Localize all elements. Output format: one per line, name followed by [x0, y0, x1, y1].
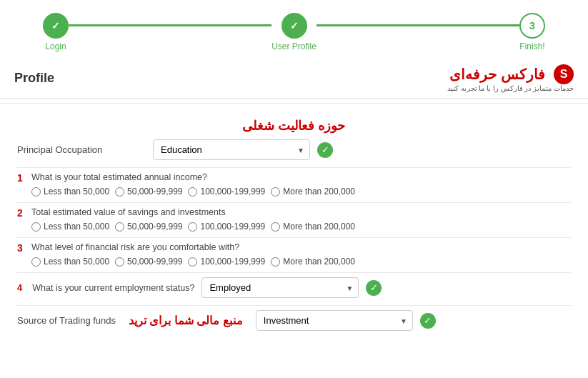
question-1-options: Less than 50,000 50,000-99,999 100,000-1…: [17, 186, 571, 197]
step-finish-label: Finish!: [519, 41, 544, 51]
employment-status-check: ✓: [366, 280, 382, 296]
stepper-line-2: [317, 24, 519, 26]
employment-status-select[interactable]: Employed: [201, 277, 359, 298]
question-3-text: What level of financial risk are you com…: [17, 242, 571, 252]
q3-option-2[interactable]: 50,000-99,999: [115, 257, 182, 267]
stepper-line-1: [69, 24, 271, 26]
question-2-text: Total estimated value of savings and inv…: [17, 207, 571, 217]
step-login-label: Login: [45, 41, 66, 51]
employment-status-label: What is your current employment status?: [32, 283, 194, 293]
q3-option-3[interactable]: 100,000-199,999: [188, 257, 265, 267]
question-1-text: What is your total estimated annual inco…: [17, 172, 571, 182]
trading-funds-select[interactable]: Investment: [256, 310, 413, 331]
step-login: ✓ Login: [43, 13, 69, 51]
question-2-options: Less than 50,000 50,000-99,999 100,000-1…: [17, 222, 571, 232]
principal-occupation-select[interactable]: Education: [153, 139, 310, 160]
q2-option-4[interactable]: More than 200,000: [271, 222, 355, 232]
logo-sub: خدمات متمایز در فارکس را با ما تجربه کنی…: [447, 84, 574, 92]
page-header: Profile فارکس حرفه‌ای S خدمات متمایز در …: [0, 57, 588, 99]
question-2-number: 2: [17, 207, 27, 219]
q1-option-1[interactable]: Less than 50,000: [31, 186, 109, 197]
question-3-options: Less than 50,000 50,000-99,999 100,000-1…: [17, 257, 571, 267]
header-divider: [0, 103, 588, 104]
q2-option-1[interactable]: Less than 50,000: [31, 222, 109, 232]
trading-funds-label: Source of Trading funds: [17, 315, 116, 326]
divider-1: [17, 167, 571, 168]
q1-option-3[interactable]: 100,000-199,999: [188, 186, 265, 197]
q3-option-1[interactable]: Less than 50,000: [31, 257, 109, 267]
divider-3: [17, 237, 571, 238]
q1-option-1-label: Less than 50,000: [44, 186, 109, 197]
principal-occupation-label: Principal Occupation: [17, 144, 146, 155]
step-login-circle: ✓: [43, 13, 69, 39]
divider-5: [17, 305, 571, 306]
form-area: Principal Occupation Education ✓ 1 What …: [0, 139, 588, 349]
employment-status-select-wrapper[interactable]: Employed: [201, 277, 359, 298]
question-2-group: 2 Total estimated value of savings and i…: [17, 207, 571, 232]
q1-option-2-label: 50,000-99,999: [127, 186, 182, 197]
trading-funds-check: ✓: [420, 313, 436, 329]
q1-option-4[interactable]: More than 200,000: [271, 186, 355, 197]
step-userprofile: ✓ User Profile: [271, 13, 317, 51]
step-finish-circle: 3: [519, 13, 545, 39]
principal-occupation-select-wrapper[interactable]: Education: [153, 139, 310, 160]
page-title: Profile: [14, 71, 54, 86]
q2-option-2-label: 50,000-99,999: [127, 222, 182, 232]
step-finish: 3 Finish!: [519, 13, 545, 51]
q2-option-3[interactable]: 100,000-199,999: [188, 222, 265, 232]
section-title: حوزه فعالیت شغلی: [0, 108, 588, 139]
q3-option-2-label: 50,000-99,999: [127, 257, 182, 267]
q1-option-4-label: More than 200,000: [283, 186, 355, 197]
divider-4: [17, 272, 571, 273]
employment-number: 4: [17, 282, 22, 293]
logo-text: فارکس حرفه‌ای: [449, 66, 545, 83]
logo-icon: S: [554, 64, 574, 84]
principal-occupation-check: ✓: [317, 142, 333, 158]
q2-option-4-label: More than 200,000: [283, 222, 355, 232]
step-userprofile-circle: ✓: [281, 13, 307, 39]
q2-option-1-label: Less than 50,000: [44, 222, 109, 232]
logo-area: فارکس حرفه‌ای S خدمات متمایز در فارکس را…: [447, 64, 574, 92]
q2-option-2[interactable]: 50,000-99,999: [115, 222, 182, 232]
q3-option-1-label: Less than 50,000: [44, 257, 109, 267]
trading-funds-label-ar: منبع مالی شما برای ترید: [129, 314, 243, 327]
q3-option-3-label: 100,000-199,999: [200, 257, 265, 267]
trading-funds-select-wrapper[interactable]: Investment: [256, 310, 413, 331]
step-userprofile-label: User Profile: [271, 41, 317, 51]
question-3-number: 3: [17, 242, 27, 254]
question-1-group: 1 What is your total estimated annual in…: [17, 172, 571, 197]
principal-occupation-row: Principal Occupation Education ✓: [17, 139, 571, 160]
q3-option-4[interactable]: More than 200,000: [271, 257, 355, 267]
q2-option-3-label: 100,000-199,999: [200, 222, 265, 232]
trading-funds-row: Source of Trading funds منبع مالی شما بر…: [17, 310, 571, 331]
q3-option-4-label: More than 200,000: [283, 257, 355, 267]
question-3-group: 3 What level of financial risk are you c…: [17, 242, 571, 267]
question-1-number: 1: [17, 172, 27, 184]
q1-option-3-label: 100,000-199,999: [200, 186, 265, 197]
stepper: ✓ Login ✓ User Profile 3 Finish!: [0, 0, 588, 57]
q1-option-2[interactable]: 50,000-99,999: [115, 186, 182, 197]
employment-status-row: 4 What is your current employment status…: [17, 277, 571, 298]
divider-2: [17, 202, 571, 203]
